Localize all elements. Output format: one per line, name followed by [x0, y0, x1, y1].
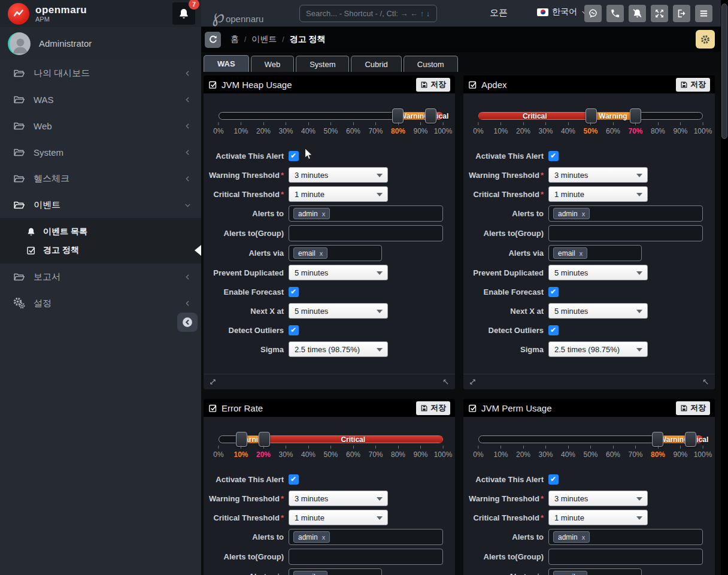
bell-slash-button[interactable] — [629, 5, 646, 22]
sign-out-button[interactable] — [673, 5, 690, 22]
form-row: Alerts viaemailx — [204, 568, 443, 575]
scrollbar-thumb[interactable] — [721, 4, 727, 139]
save-button[interactable]: 저장 — [416, 401, 450, 415]
slider-handle[interactable] — [586, 108, 597, 123]
slider-handle[interactable] — [630, 108, 641, 123]
prevent-duplicated-select[interactable]: 5 minutes — [548, 265, 648, 280]
alerts-via-input[interactable]: emailx — [548, 568, 642, 575]
tick-mark — [500, 122, 501, 125]
alerts-to-group-input[interactable] — [289, 225, 443, 241]
alerts-to-input[interactable]: adminx — [548, 529, 703, 545]
app-brand[interactable]: openmaru APM — [0, 0, 201, 27]
enable-forecast-checkbox[interactable] — [548, 287, 559, 297]
sidebar-collapse-button[interactable] — [177, 313, 198, 332]
prevent-duplicated-select[interactable]: 5 minutes — [289, 265, 388, 280]
tick-label: 10% — [233, 450, 248, 459]
slider-tick: 80% — [651, 446, 665, 459]
alerts-to-group-input[interactable] — [289, 549, 443, 565]
warning-threshold-select[interactable]: 3 minutes — [289, 491, 388, 506]
detect-outliers-checkbox[interactable] — [548, 325, 559, 335]
search-input[interactable] — [299, 5, 437, 22]
user-panel[interactable]: Administrator — [0, 27, 201, 60]
slider-handle[interactable] — [259, 432, 270, 447]
tag-remove-icon[interactable]: x — [580, 573, 583, 575]
next-x-at-select[interactable]: 5 minutes — [289, 303, 388, 319]
sidebar-item-이벤트[interactable]: 이벤트 — [0, 192, 201, 218]
tab-web[interactable]: Web — [251, 56, 295, 72]
save-button[interactable]: 저장 — [676, 78, 710, 92]
sidebar-item-설정[interactable]: 설정 — [0, 290, 201, 316]
sidebar-item-system[interactable]: System — [0, 139, 201, 165]
alerts-to-group-input[interactable] — [548, 225, 703, 241]
page-settings-button[interactable] — [696, 30, 715, 49]
sidebar-item-보고서[interactable]: 보고서 — [0, 264, 201, 290]
slider-handle[interactable] — [392, 108, 404, 123]
tab-system[interactable]: System — [296, 56, 349, 72]
slider-handle[interactable] — [652, 432, 663, 447]
activate-this-alert-checkbox[interactable] — [548, 474, 559, 485]
breadcrumb-item[interactable]: 홈 — [230, 34, 239, 45]
open-link[interactable]: 오픈 — [490, 7, 508, 19]
sigma-select[interactable]: 2.5 times (98.75%) — [548, 341, 648, 357]
tag-remove-icon[interactable]: x — [322, 534, 326, 541]
sidebar-item-헬스체크[interactable]: 헬스체크 — [0, 165, 201, 192]
next-x-at-select[interactable]: 5 minutes — [548, 303, 648, 319]
language-selector[interactable]: 한국어 — [537, 7, 589, 17]
tag-remove-icon[interactable]: x — [322, 210, 326, 217]
resize-handle-right[interactable] — [701, 377, 710, 386]
enable-forecast-checkbox[interactable] — [289, 287, 299, 297]
slider-handle[interactable] — [685, 432, 696, 447]
resize-handle-left[interactable] — [468, 377, 477, 386]
menu-button[interactable] — [695, 5, 712, 22]
alerts-to-input[interactable]: adminx — [289, 529, 443, 545]
alerts-to-input[interactable]: adminx — [548, 205, 703, 222]
tab-cubrid[interactable]: Cubrid — [351, 56, 401, 72]
activate-this-alert-checkbox[interactable] — [289, 151, 299, 161]
alerts-to-group-input[interactable] — [548, 549, 703, 565]
slider-handle[interactable] — [236, 432, 247, 447]
select-value: 5 minutes — [554, 307, 588, 316]
warning-threshold-select[interactable]: 3 minutes — [548, 491, 648, 506]
tag-remove-icon[interactable]: x — [582, 210, 586, 217]
tag-remove-icon[interactable]: x — [582, 534, 586, 541]
sigma-select[interactable]: 2.5 times (98.75%) — [289, 341, 388, 357]
breadcrumb-item[interactable]: 이벤트 — [251, 34, 277, 45]
detect-outliers-checkbox[interactable] — [289, 325, 299, 335]
notifications-button[interactable]: 7 — [172, 2, 195, 25]
tab-was[interactable]: WAS — [204, 55, 249, 72]
submenu-item-경고-정책[interactable]: 경고 정책 — [0, 241, 201, 259]
slider-handle[interactable] — [425, 108, 436, 123]
activate-this-alert-checkbox[interactable] — [289, 474, 299, 485]
warning-threshold-select[interactable]: 3 minutes — [289, 167, 388, 183]
sidebar-item-web[interactable]: Web — [0, 113, 201, 139]
sidebar-item-was[interactable]: WAS — [0, 86, 201, 113]
submenu-item-이벤트-목록[interactable]: 이벤트 목록 — [0, 222, 201, 241]
activate-this-alert-checkbox[interactable] — [548, 151, 559, 161]
expand-button[interactable] — [651, 5, 668, 22]
resize-handle-left[interactable] — [208, 377, 217, 386]
chat-logo-button[interactable] — [584, 5, 602, 22]
resize-handle-right[interactable] — [441, 377, 450, 386]
field-label-text: Critical Threshold — [473, 190, 539, 199]
tab-custom[interactable]: Custom — [404, 56, 458, 72]
tag-remove-icon[interactable]: x — [580, 250, 583, 257]
critical-threshold-select[interactable]: 1 minute — [548, 186, 648, 202]
critical-threshold-select[interactable]: 1 minute — [289, 186, 388, 202]
required-marker: * — [541, 171, 544, 180]
alerts-via-input[interactable]: emailx — [289, 245, 382, 261]
sidebar-item-나의-대시보드[interactable]: 나의 대시보드 — [0, 60, 201, 86]
warning-threshold-select[interactable]: 3 minutes — [548, 167, 648, 183]
alerts-via-input[interactable]: emailx — [289, 568, 382, 575]
required-marker: * — [281, 494, 284, 503]
phone-button[interactable] — [606, 5, 624, 22]
field-label: Alerts to — [204, 209, 284, 218]
refresh-button[interactable] — [205, 32, 221, 48]
save-button[interactable]: 저장 — [676, 401, 710, 415]
critical-threshold-select[interactable]: 1 minute — [548, 510, 648, 525]
critical-threshold-select[interactable]: 1 minute — [289, 510, 388, 525]
alerts-via-input[interactable]: emailx — [548, 245, 642, 261]
tag-remove-icon[interactable]: x — [320, 250, 323, 257]
alerts-to-input[interactable]: adminx — [289, 205, 443, 222]
tag-remove-icon[interactable]: x — [320, 573, 323, 575]
save-button[interactable]: 저장 — [416, 78, 450, 92]
